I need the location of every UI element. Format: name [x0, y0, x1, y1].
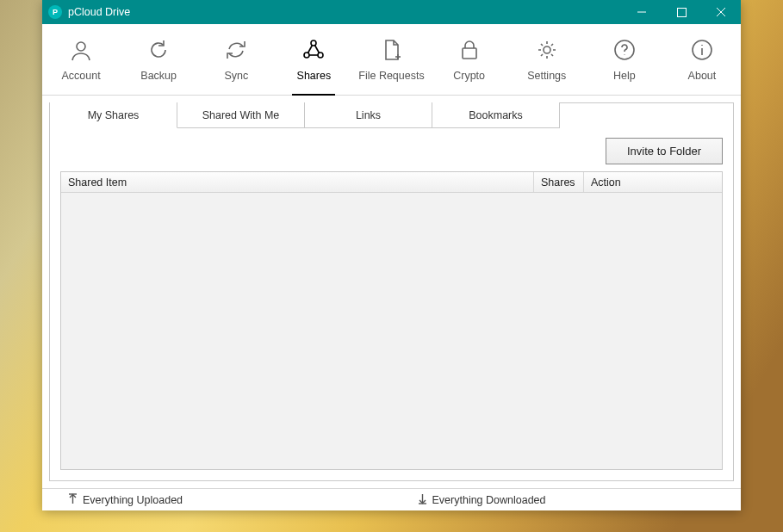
app-window: P pCloud Drive Account	[42, 0, 741, 510]
button-label: Invite to Folder	[627, 145, 701, 158]
invite-to-folder-button[interactable]: Invite to Folder	[606, 138, 723, 164]
svg-rect-1	[677, 8, 686, 16]
tab-bookmarks[interactable]: Bookmarks	[432, 102, 560, 128]
app-icon: P	[48, 5, 62, 19]
nav-about[interactable]: About	[663, 24, 741, 95]
shares-icon	[301, 37, 326, 63]
actions-row: Invite to Folder	[50, 129, 733, 171]
tab-label: Shared With Me	[202, 109, 280, 121]
desktop-background: P pCloud Drive Account	[0, 0, 783, 532]
nav-file-requests[interactable]: File Requests	[352, 24, 430, 95]
svg-point-4	[77, 42, 85, 51]
sync-icon	[223, 37, 249, 63]
nav-label: Sync	[224, 70, 248, 82]
tab-label: Bookmarks	[469, 109, 523, 121]
maximize-button[interactable]	[662, 0, 701, 24]
nav-label: About	[688, 70, 717, 82]
account-icon	[68, 37, 94, 63]
nav-label: Backup	[140, 70, 177, 82]
tab-links[interactable]: Links	[305, 102, 432, 128]
column-shares[interactable]: Shares	[534, 172, 584, 192]
minimize-button[interactable]	[622, 0, 662, 24]
shares-panel: My Shares Shared With Me Links Bookmarks…	[49, 102, 734, 481]
help-icon	[612, 37, 637, 63]
column-action[interactable]: Action	[584, 172, 722, 192]
nav-crypto[interactable]: Crypto	[431, 24, 508, 95]
nav-sync[interactable]: Sync	[197, 24, 275, 95]
nav-label: Crypto	[453, 70, 485, 82]
nav-backup[interactable]: Backup	[120, 24, 197, 95]
nav-label: Settings	[527, 70, 566, 82]
backup-icon	[146, 37, 171, 63]
table-body	[61, 193, 722, 469]
nav-label: File Requests	[358, 70, 424, 82]
toolbar: Account Backup Sync Shares	[42, 24, 741, 96]
nav-help[interactable]: Help	[586, 24, 663, 95]
upload-arrow-icon	[68, 493, 78, 507]
tabs-row: My Shares Shared With Me Links Bookmarks	[50, 103, 733, 129]
app-title: pCloud Drive	[68, 6, 622, 18]
close-button[interactable]	[701, 0, 741, 24]
shares-table: Shared Item Shares Action	[60, 171, 723, 470]
nav-settings[interactable]: Settings	[508, 24, 586, 95]
statusbar: Everything Uploaded Everything Downloade…	[42, 488, 741, 510]
titlebar: P pCloud Drive	[42, 0, 741, 24]
content-area: My Shares Shared With Me Links Bookmarks…	[42, 96, 741, 488]
svg-line-8	[308, 46, 313, 53]
file-requests-icon	[378, 37, 404, 63]
status-download-text: Everything Downloaded	[432, 494, 546, 506]
nav-label: Shares	[297, 70, 332, 82]
settings-icon	[534, 37, 560, 63]
status-upload-text: Everything Uploaded	[83, 494, 183, 506]
svg-point-14	[544, 46, 550, 53]
status-download: Everything Downloaded	[392, 493, 742, 507]
svg-point-6	[304, 53, 309, 58]
svg-rect-13	[463, 48, 476, 59]
nav-account[interactable]: Account	[42, 24, 120, 95]
about-icon	[689, 37, 715, 63]
tab-shared-with-me[interactable]: Shared With Me	[177, 102, 305, 128]
tab-my-shares[interactable]: My Shares	[50, 102, 177, 128]
download-arrow-icon	[418, 493, 427, 507]
crypto-icon	[457, 37, 482, 63]
tab-label: My Shares	[88, 109, 140, 121]
svg-point-7	[318, 53, 323, 58]
nav-label: Help	[613, 70, 636, 82]
svg-line-9	[315, 46, 320, 53]
nav-label: Account	[61, 70, 100, 82]
column-shared-item[interactable]: Shared Item	[61, 172, 534, 192]
svg-point-5	[311, 40, 316, 46]
nav-shares[interactable]: Shares	[275, 24, 352, 95]
tab-label: Links	[356, 109, 381, 121]
table-header: Shared Item Shares Action	[61, 172, 722, 193]
status-upload: Everything Uploaded	[42, 493, 392, 507]
